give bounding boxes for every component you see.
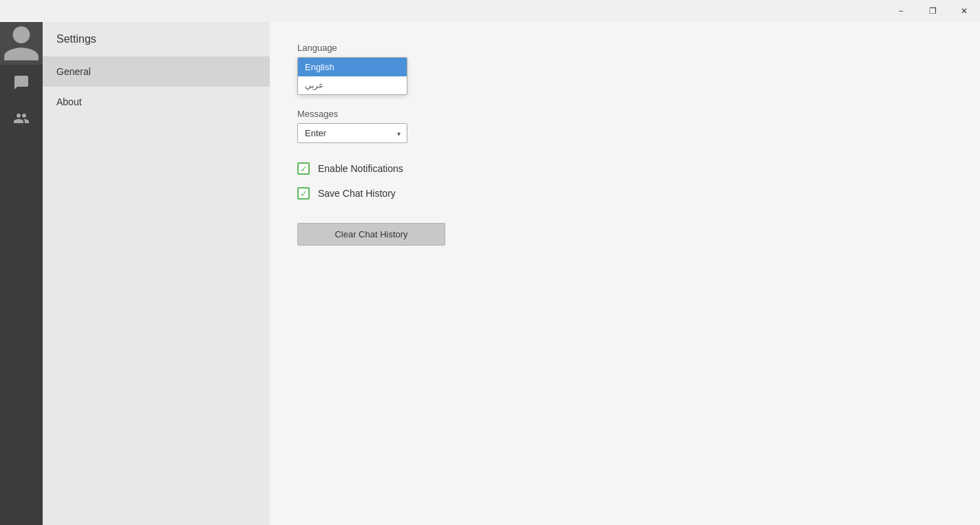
language-dropdown[interactable]: English عربي: [297, 57, 407, 95]
contacts-icon: [13, 110, 30, 127]
checkbox-section: ✓ Enable Notifications ✓ Save Chat Histo…: [297, 162, 952, 200]
contacts-nav-icon[interactable]: [0, 100, 43, 136]
language-dropdown-open[interactable]: English عربي: [297, 57, 407, 95]
nav-sidebar: Settings General About: [43, 22, 270, 525]
checkmark-icon: ✓: [300, 164, 308, 173]
messages-label: Messages: [297, 109, 952, 119]
maximize-button[interactable]: ❐: [917, 0, 948, 22]
chat-icon: [13, 74, 30, 91]
chat-nav-icon[interactable]: [0, 65, 43, 100]
enable-notifications-label: Enable Notifications: [318, 163, 403, 174]
close-button[interactable]: ✕: [948, 0, 980, 22]
avatar-button[interactable]: [0, 22, 43, 65]
app-container: Settings General About Language English …: [0, 22, 980, 525]
clear-chat-history-button[interactable]: Clear Chat History: [297, 223, 445, 246]
save-chat-history-label: Save Chat History: [318, 188, 396, 199]
sidebar-item-general[interactable]: General: [43, 56, 270, 87]
content-area: Language English عربي Messages Enter ▾ ✓: [270, 22, 980, 525]
messages-select[interactable]: Enter: [297, 123, 407, 143]
minimize-button[interactable]: −: [885, 0, 917, 22]
title-bar: − ❐ ✕: [0, 0, 980, 22]
language-option-arabic[interactable]: عربي: [298, 76, 407, 94]
messages-section: Messages Enter ▾: [297, 109, 952, 143]
language-label: Language: [297, 43, 952, 53]
enable-notifications-checkbox[interactable]: ✓: [297, 162, 310, 175]
messages-select-wrapper: Enter ▾: [297, 123, 407, 143]
save-chat-history-row[interactable]: ✓ Save Chat History: [297, 187, 952, 200]
settings-title: Settings: [43, 22, 270, 56]
checkmark-icon-2: ✓: [300, 189, 308, 198]
icon-sidebar: [0, 22, 43, 525]
language-option-english[interactable]: English: [298, 58, 407, 76]
enable-notifications-row[interactable]: ✓ Enable Notifications: [297, 162, 952, 175]
sidebar-item-about[interactable]: About: [43, 87, 270, 117]
title-bar-controls: − ❐ ✕: [885, 0, 980, 22]
save-chat-history-checkbox[interactable]: ✓: [297, 187, 310, 200]
person-icon: [0, 22, 43, 65]
